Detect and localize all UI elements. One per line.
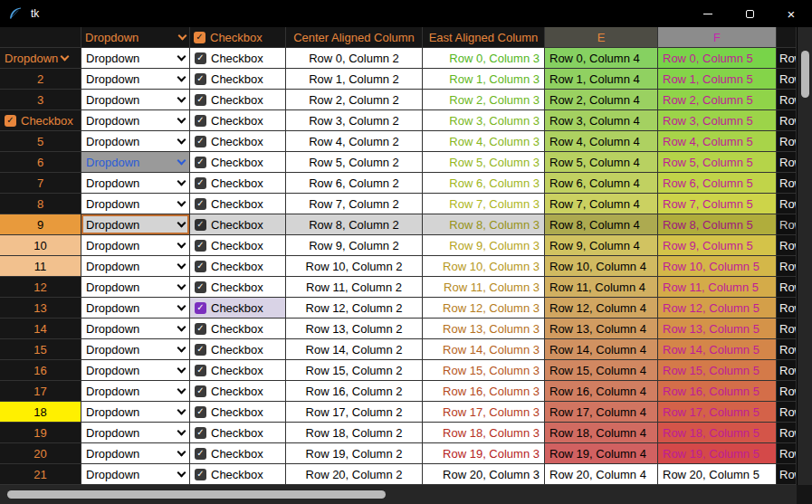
- overflow-cell[interactable]: Row: [777, 339, 797, 360]
- east-cell[interactable]: Row 13, Column 3: [423, 319, 545, 339]
- center-cell[interactable]: Row 11, Column 2: [286, 277, 423, 298]
- f-cell[interactable]: Row 5, Column 5: [658, 152, 777, 173]
- dropdown-cell[interactable]: Dropdown: [81, 402, 190, 423]
- east-cell[interactable]: Row 19, Column 3: [423, 443, 545, 464]
- center-cell[interactable]: Row 12, Column 2: [286, 298, 423, 319]
- row-index-cell[interactable]: 6: [0, 152, 81, 173]
- e-cell[interactable]: Row 13, Column 4: [545, 319, 658, 339]
- checkbox-icon[interactable]: ✓: [195, 157, 206, 168]
- checkbox-cell[interactable]: ✓Checkbox: [190, 319, 286, 339]
- dropdown-cell[interactable]: Dropdown: [81, 443, 190, 464]
- e-cell[interactable]: Row 3, Column 4: [545, 110, 658, 131]
- e-cell[interactable]: Row 5, Column 4: [545, 152, 658, 173]
- f-cell[interactable]: Row 9, Column 5: [658, 235, 777, 256]
- e-cell[interactable]: Row 18, Column 4: [545, 423, 658, 443]
- overflow-cell[interactable]: Row: [777, 464, 797, 485]
- vertical-scrollbar[interactable]: [797, 27, 812, 485]
- e-cell[interactable]: Row 6, Column 4: [545, 173, 658, 194]
- dropdown-cell[interactable]: Dropdown: [81, 360, 190, 381]
- checkbox-icon[interactable]: ✓: [5, 115, 16, 127]
- row-index-cell[interactable]: 7: [0, 173, 81, 194]
- f-cell[interactable]: Row 13, Column 5: [658, 319, 777, 339]
- checkbox-icon[interactable]: ✓: [195, 469, 206, 480]
- row-index-cell[interactable]: 9: [0, 214, 81, 235]
- f-cell[interactable]: Row 16, Column 5: [658, 381, 777, 402]
- f-cell[interactable]: Row 11, Column 5: [658, 277, 777, 298]
- row-index-cell[interactable]: 21: [0, 464, 81, 485]
- e-cell[interactable]: Row 10, Column 4: [545, 256, 658, 277]
- center-cell[interactable]: Row 14, Column 2: [286, 339, 423, 360]
- checkbox-icon[interactable]: ✓: [195, 427, 206, 439]
- row-index-cell[interactable]: 16: [0, 360, 81, 381]
- checkbox-icon[interactable]: ✓: [195, 52, 206, 64]
- center-cell[interactable]: Row 2, Column 2: [286, 90, 423, 110]
- checkbox-cell[interactable]: ✓Checkbox: [190, 381, 286, 402]
- checkbox-icon[interactable]: ✓: [195, 136, 206, 147]
- dropdown-cell[interactable]: Dropdown: [81, 173, 190, 194]
- column-header-corner[interactable]: [0, 27, 81, 48]
- e-cell[interactable]: Row 2, Column 4: [545, 90, 658, 110]
- overflow-cell[interactable]: Row: [777, 90, 797, 110]
- center-cell[interactable]: Row 10, Column 2: [286, 256, 423, 277]
- f-cell[interactable]: Row 18, Column 5: [658, 423, 777, 443]
- center-cell[interactable]: Row 13, Column 2: [286, 319, 423, 339]
- east-cell[interactable]: Row 20, Column 3: [423, 464, 545, 485]
- dropdown-cell[interactable]: Dropdown: [81, 69, 190, 90]
- checkbox-icon[interactable]: ✓: [194, 32, 205, 43]
- checkbox-cell[interactable]: ✓Checkbox: [190, 298, 286, 319]
- row-index-cell[interactable]: 5: [0, 131, 81, 152]
- overflow-cell[interactable]: Row: [777, 214, 797, 235]
- east-cell[interactable]: Row 18, Column 3: [423, 423, 545, 443]
- f-cell[interactable]: Row 1, Column 5: [658, 69, 777, 90]
- checkbox-icon[interactable]: ✓: [195, 385, 206, 397]
- checkbox-cell[interactable]: ✓Checkbox: [190, 110, 286, 131]
- checkbox-cell[interactable]: ✓Checkbox: [190, 360, 286, 381]
- checkbox-icon[interactable]: ✓: [195, 261, 206, 272]
- dropdown-cell[interactable]: Dropdown: [81, 423, 190, 443]
- overflow-cell[interactable]: Row: [777, 152, 797, 173]
- e-cell[interactable]: Row 4, Column 4: [545, 131, 658, 152]
- close-button[interactable]: ×: [770, 0, 812, 27]
- row-index-cell[interactable]: 17: [0, 381, 81, 402]
- dropdown-cell[interactable]: Dropdown: [81, 319, 190, 339]
- east-cell[interactable]: Row 6, Column 3: [423, 173, 545, 194]
- center-cell[interactable]: Row 20, Column 2: [286, 464, 423, 485]
- center-cell[interactable]: Row 3, Column 2: [286, 110, 423, 131]
- checkbox-icon[interactable]: ✓: [195, 448, 206, 460]
- checkbox-cell[interactable]: ✓Checkbox: [190, 339, 286, 360]
- dropdown-cell[interactable]: Dropdown: [81, 235, 190, 256]
- overflow-cell[interactable]: Row: [777, 381, 797, 402]
- row-index-cell[interactable]: 15: [0, 339, 81, 360]
- center-cell[interactable]: Row 4, Column 2: [286, 131, 423, 152]
- row-index-cell[interactable]: 19: [0, 423, 81, 443]
- f-cell[interactable]: Row 17, Column 5: [658, 402, 777, 423]
- f-cell[interactable]: Row 3, Column 5: [658, 110, 777, 131]
- f-cell[interactable]: Row 10, Column 5: [658, 256, 777, 277]
- e-cell[interactable]: Row 15, Column 4: [545, 360, 658, 381]
- f-cell[interactable]: Row 20, Column 5: [658, 464, 777, 485]
- vertical-scrollbar-thumb[interactable]: [801, 51, 809, 98]
- row-index-cell[interactable]: 8: [0, 194, 81, 214]
- maximize-button[interactable]: [729, 0, 770, 27]
- row-index-cell[interactable]: 12: [0, 277, 81, 298]
- checkbox-cell[interactable]: ✓Checkbox: [190, 443, 286, 464]
- row-index-cell[interactable]: 3: [0, 90, 81, 110]
- east-cell[interactable]: Row 4, Column 3: [423, 131, 545, 152]
- row-index-cell[interactable]: 11: [0, 256, 81, 277]
- checkbox-cell[interactable]: ✓Checkbox: [190, 277, 286, 298]
- overflow-cell[interactable]: Row: [777, 256, 797, 277]
- column-header-center[interactable]: Center Aligned Column: [286, 27, 423, 48]
- checkbox-icon[interactable]: ✓: [195, 219, 206, 231]
- center-cell[interactable]: Row 8, Column 2: [286, 214, 423, 235]
- checkbox-icon[interactable]: ✓: [195, 344, 206, 356]
- east-cell[interactable]: Row 11, Column 3: [423, 277, 545, 298]
- f-cell[interactable]: Row 8, Column 5: [658, 214, 777, 235]
- checkbox-icon[interactable]: ✓: [195, 365, 206, 376]
- f-cell[interactable]: Row 6, Column 5: [658, 173, 777, 194]
- column-header-g[interactable]: [777, 27, 797, 48]
- checkbox-cell[interactable]: ✓Checkbox: [190, 423, 286, 443]
- e-cell[interactable]: Row 0, Column 4: [545, 48, 658, 69]
- dropdown-cell[interactable]: Dropdown: [81, 152, 190, 173]
- f-cell[interactable]: Row 14, Column 5: [658, 339, 777, 360]
- dropdown-cell[interactable]: Dropdown: [81, 214, 190, 235]
